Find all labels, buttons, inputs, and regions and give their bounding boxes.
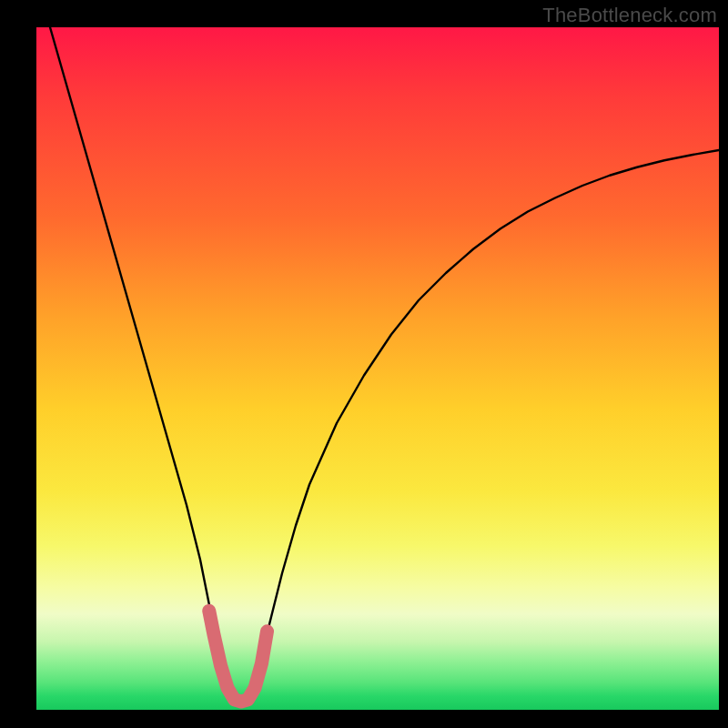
chart-frame: TheBottleneck.com xyxy=(0,0,728,728)
bottleneck-curve xyxy=(50,27,719,703)
bottleneck-highlight xyxy=(209,611,268,702)
curve-layer xyxy=(36,27,719,710)
watermark-text: TheBottleneck.com xyxy=(542,4,717,27)
